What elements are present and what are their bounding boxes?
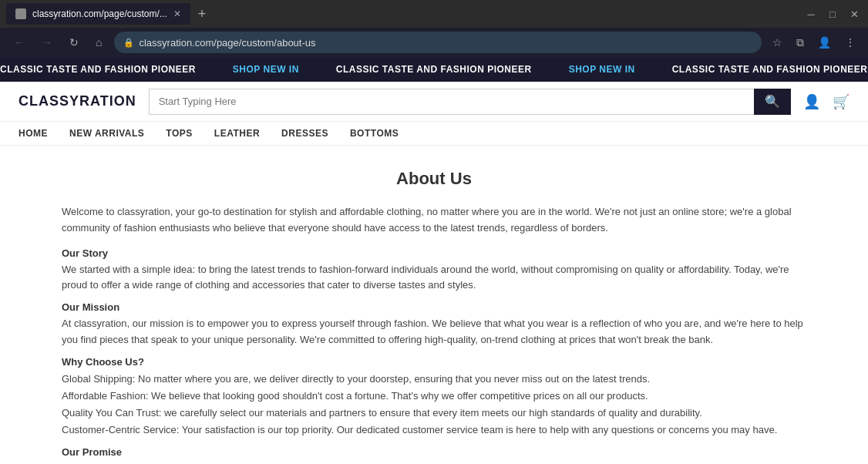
nav-link-home[interactable]: HOME: [19, 128, 48, 139]
nav-link-leather[interactable]: LEATHER: [214, 128, 260, 139]
about-mission-body: At classyration, our mission is to empow…: [62, 316, 806, 348]
window-controls: ─ □ ✕: [803, 8, 862, 20]
reload-button[interactable]: ↻: [65, 33, 83, 52]
about-promise-section: Our Promise At classyration, we promise …: [62, 446, 806, 464]
close-window-button[interactable]: ✕: [846, 8, 862, 20]
about-why-heading: Why Choose Us?: [62, 356, 806, 368]
nav-link-new-arrivals[interactable]: NEW ARRIVALS: [69, 128, 144, 139]
browser-menu-icon[interactable]: ⋮: [842, 33, 859, 52]
nav-link-bottoms[interactable]: BOTTOMS: [350, 128, 399, 139]
nav-link-dresses[interactable]: DRESSES: [281, 128, 328, 139]
about-why-item-4: Customer-Centric Service: Your satisfact…: [62, 422, 806, 439]
about-story-body: We started with a simple idea: to bring …: [62, 262, 806, 294]
about-why-section: Why Choose Us? Global Shipping: No matte…: [62, 356, 806, 439]
lock-icon: 🔒: [123, 38, 134, 48]
address-bar-input[interactable]: 🔒 classyration.com/page/custom/about-us: [114, 32, 762, 53]
marquee-content: CLASSIC TASTE AND FASHION PIONEER SHOP N…: [0, 64, 868, 75]
marquee-item: CLASSIC TASTE AND FASHION PIONEER: [0, 64, 196, 75]
about-mission-heading: Our Mission: [62, 301, 806, 313]
browser-tab-bar: classyration.com/page/custom/... ✕ + ─ □…: [0, 0, 868, 28]
account-icon[interactable]: 👤: [803, 93, 820, 110]
home-button[interactable]: ⌂: [91, 33, 106, 52]
bookmark-icon[interactable]: ☆: [769, 33, 786, 52]
restore-button[interactable]: □: [825, 8, 840, 20]
tab-favicon-icon: [15, 8, 26, 19]
tab-title: classyration.com/page/custom/...: [32, 8, 167, 19]
site-nav: HOME NEW ARRIVALS TOPS LEATHER DRESSES B…: [0, 122, 868, 146]
marquee-banner: CLASSIC TASTE AND FASHION PIONEER SHOP N…: [0, 57, 868, 82]
about-why-item-3: Quality You Can Trust: we carefully sele…: [62, 405, 806, 422]
profile-icon[interactable]: 👤: [815, 33, 834, 52]
header-icons: 👤 🛒: [803, 93, 849, 110]
new-tab-button[interactable]: +: [193, 6, 211, 22]
about-why-item-2: Affordable Fashion: We believe that look…: [62, 388, 806, 405]
main-content: About Us Welcome to classyration, your g…: [0, 146, 868, 464]
site-header: CLASSYRATION 🔍 👤 🛒: [0, 82, 868, 122]
marquee-item: CLASSIC TASTE AND FASHION PIONEER: [336, 64, 532, 75]
browser-chrome: classyration.com/page/custom/... ✕ + ─ □…: [0, 0, 868, 57]
search-bar: 🔍: [149, 89, 791, 115]
cart-icon[interactable]: 🛒: [833, 93, 849, 110]
address-text: classyration.com/page/custom/about-us: [139, 37, 752, 49]
about-story-section: Our Story We started with a simple idea:…: [62, 247, 806, 294]
marquee-item: SHOP NEW IN: [233, 64, 299, 75]
tab-close-icon[interactable]: ✕: [173, 8, 181, 19]
nav-link-tops[interactable]: TOPS: [166, 128, 192, 139]
about-mission-section: Our Mission At classyration, our mission…: [62, 301, 806, 348]
extensions-icon[interactable]: ⧉: [793, 33, 807, 52]
about-why-item-1: Global Shipping: No matter where you are…: [62, 371, 806, 388]
search-button[interactable]: 🔍: [754, 89, 791, 115]
about-promise-heading: Our Promise: [62, 446, 806, 458]
forward-button[interactable]: →: [37, 33, 57, 52]
marquee-item: SHOP NEW IN: [569, 64, 635, 75]
about-intro: Welcome to classyration, your go-to dest…: [62, 204, 806, 237]
browser-tab-active[interactable]: classyration.com/page/custom/... ✕: [6, 3, 190, 25]
about-title: About Us: [62, 169, 806, 189]
about-story-heading: Our Story: [62, 247, 806, 259]
site-logo[interactable]: CLASSYRATION: [19, 93, 136, 109]
address-domain: classyration.com/page/custom/about-us: [139, 37, 315, 49]
marquee-item: CLASSIC TASTE AND FASHION PIONEER: [672, 64, 868, 75]
search-input[interactable]: [149, 89, 754, 115]
back-button[interactable]: ←: [9, 33, 29, 52]
minimize-button[interactable]: ─: [803, 8, 819, 20]
browser-address-bar: ← → ↻ ⌂ 🔒 classyration.com/page/custom/a…: [0, 28, 868, 57]
about-promise-body: At classyration, we promise to continue …: [62, 461, 806, 464]
